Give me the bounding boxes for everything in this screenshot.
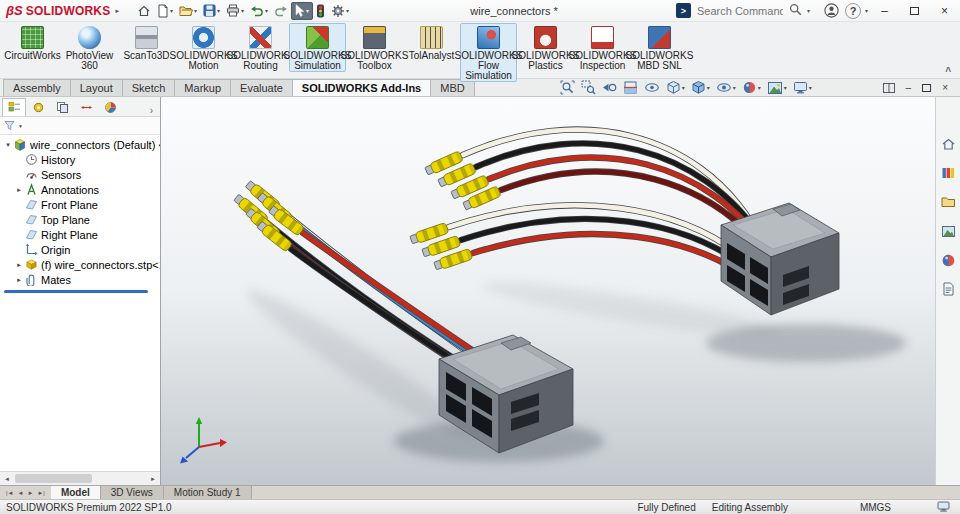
tab-displaymanager[interactable] bbox=[98, 98, 122, 116]
addin-circuitworks[interactable]: CircuitWorks bbox=[4, 23, 61, 62]
scrollbar-thumb[interactable] bbox=[15, 474, 92, 483]
expand-arrow-icon[interactable]: ▸ bbox=[14, 261, 24, 269]
addin-tolanalyst[interactable]: TolAnalyst bbox=[403, 23, 460, 62]
dropdown-caret-icon[interactable]: ▾ bbox=[784, 84, 787, 91]
tab-featuremanager[interactable] bbox=[2, 98, 26, 116]
print-button[interactable]: ▾ bbox=[223, 2, 247, 20]
select-tool-button[interactable]: ▾ bbox=[291, 2, 313, 20]
apply-scene-button[interactable]: ▾ bbox=[767, 81, 787, 95]
options-button[interactable]: ▾ bbox=[328, 2, 352, 20]
restore-button[interactable] bbox=[901, 0, 928, 21]
tab-model[interactable]: Model bbox=[51, 486, 101, 499]
design-library-button[interactable] bbox=[939, 164, 957, 182]
brand-expand-arrow-icon[interactable]: ▸ bbox=[115, 7, 119, 15]
addin-solidworks-toolbox[interactable]: SOLIDWORKS Toolbox bbox=[346, 23, 403, 72]
addin-solidworks-simulation[interactable]: SOLIDWORKS Simulation bbox=[289, 23, 346, 72]
tab-3d-views[interactable]: 3D Views bbox=[101, 486, 164, 499]
expand-arrow-icon[interactable]: ▸ bbox=[14, 186, 24, 194]
zoom-to-fit-button[interactable] bbox=[560, 80, 575, 95]
view-palette-button[interactable] bbox=[939, 222, 957, 240]
display-style-button[interactable]: ▾ bbox=[691, 80, 710, 95]
addin-solidworks-flow-simulation[interactable]: SOLIDWORKS Flow Simulation bbox=[460, 23, 517, 82]
scrollbar-track[interactable] bbox=[14, 472, 146, 485]
dropdown-caret-icon[interactable]: ▾ bbox=[682, 84, 685, 91]
file-explorer-button[interactable] bbox=[939, 193, 957, 211]
tree-filter[interactable]: ▼ bbox=[0, 117, 160, 135]
tab-layout[interactable]: Layout bbox=[70, 79, 123, 96]
tree-item-sensors[interactable]: Sensors bbox=[0, 167, 160, 182]
dropdown-caret-icon[interactable]: ▾ bbox=[707, 84, 710, 91]
section-view-button[interactable] bbox=[623, 80, 638, 95]
addin-solidworks-plastics[interactable]: SOLIDWORKS Plastics bbox=[517, 23, 574, 72]
dropdown-caret-icon[interactable]: ▾ bbox=[809, 84, 812, 91]
nav-first-button[interactable]: |◄ bbox=[6, 490, 14, 496]
tree-item-top-plane[interactable]: Top Plane bbox=[0, 212, 160, 227]
appearances-button[interactable] bbox=[939, 251, 957, 269]
dropdown-caret-icon[interactable]: ▾ bbox=[217, 7, 220, 14]
close-button[interactable]: × bbox=[931, 0, 958, 21]
tree-root-assembly[interactable]: ▾ wire_connectors (Default) <Display Sta bbox=[0, 137, 160, 152]
tree-item-history[interactable]: History bbox=[0, 152, 160, 167]
collapse-ribbon-button[interactable]: ^ bbox=[945, 66, 951, 77]
help-button[interactable]: ? bbox=[845, 3, 861, 19]
dropdown-caret-icon[interactable]: ▾ bbox=[346, 7, 349, 14]
dropdown-caret-icon[interactable]: ▾ bbox=[733, 84, 736, 91]
scroll-left-button[interactable]: ◄ bbox=[0, 476, 14, 482]
dropdown-caret-icon[interactable]: ▾ bbox=[865, 7, 868, 14]
dropdown-caret-icon[interactable]: ▾ bbox=[306, 7, 309, 14]
previous-view-button[interactable] bbox=[602, 80, 617, 95]
split-pane-icon[interactable] bbox=[883, 83, 895, 93]
custom-properties-button[interactable] bbox=[939, 280, 957, 298]
addin-solidworks-inspection[interactable]: SOLIDWORKS Inspection bbox=[574, 23, 631, 72]
tab-markup[interactable]: Markup bbox=[174, 79, 231, 96]
nav-last-button[interactable]: ►| bbox=[37, 490, 45, 496]
rebuild-button[interactable] bbox=[313, 2, 328, 20]
dropdown-caret-icon[interactable]: ▾ bbox=[194, 7, 197, 14]
units-selector[interactable]: MMGS bbox=[860, 502, 891, 513]
expand-arrow-icon[interactable]: ▸ bbox=[14, 276, 24, 284]
search-input[interactable] bbox=[695, 4, 785, 18]
tab-assembly[interactable]: Assembly bbox=[3, 79, 71, 96]
dropdown-caret-icon[interactable]: ▾ bbox=[758, 84, 761, 91]
tab-dimxpertmanager[interactable] bbox=[74, 98, 98, 116]
search-icon[interactable] bbox=[789, 3, 802, 18]
scroll-right-button[interactable]: ► bbox=[146, 476, 160, 482]
tab-sketch[interactable]: Sketch bbox=[122, 79, 176, 96]
addin-photoview-360[interactable]: PhotoView 360 bbox=[61, 23, 118, 72]
dropdown-caret-icon[interactable]: ▾ bbox=[170, 7, 173, 14]
tab-propertymanager[interactable] bbox=[26, 98, 50, 116]
tab-motion-study-1[interactable]: Motion Study 1 bbox=[164, 486, 252, 499]
addin-solidworks-mbd-snl[interactable]: SOLIDWORKS MBD SNL bbox=[631, 23, 688, 72]
tab-solidworks-add-ins[interactable]: SOLIDWORKS Add-Ins bbox=[292, 79, 431, 96]
addin-solidworks-motion[interactable]: SOLIDWORKS Motion bbox=[175, 23, 232, 72]
taskpane-home-button[interactable] bbox=[939, 135, 957, 153]
tree-item-origin[interactable]: Origin bbox=[0, 242, 160, 257]
expand-arrow-icon[interactable]: ▾ bbox=[3, 141, 13, 149]
viewport-canvas[interactable] bbox=[161, 97, 935, 485]
view-orientation-button[interactable]: ▾ bbox=[666, 80, 685, 95]
dynamic-annotation-views-button[interactable] bbox=[644, 80, 660, 95]
addin-scanto3d[interactable]: ScanTo3D bbox=[118, 23, 175, 62]
open-button[interactable]: ▾ bbox=[176, 2, 200, 20]
hide-show-items-button[interactable]: ▾ bbox=[716, 80, 736, 95]
save-button[interactable]: ▾ bbox=[200, 2, 223, 20]
tab-configurationmanager[interactable] bbox=[50, 98, 74, 116]
tree-item-right-plane[interactable]: Right Plane bbox=[0, 227, 160, 242]
tab-evaluate[interactable]: Evaluate bbox=[230, 79, 293, 96]
tree-item-mates[interactable]: ▸ Mates bbox=[0, 272, 160, 287]
home-button[interactable] bbox=[134, 2, 154, 20]
dropdown-caret-icon[interactable]: ▾ bbox=[241, 7, 244, 14]
dropdown-caret-icon[interactable]: ▾ bbox=[807, 7, 810, 14]
nav-prev-button[interactable]: ◄ bbox=[18, 490, 24, 496]
zoom-to-area-button[interactable] bbox=[581, 80, 596, 95]
new-document-button[interactable]: ▾ bbox=[154, 2, 176, 20]
tree-item-annotations[interactable]: ▸ Annotations bbox=[0, 182, 160, 197]
graphics-area[interactable] bbox=[161, 97, 935, 485]
account-button[interactable] bbox=[821, 2, 842, 20]
redo-button[interactable] bbox=[271, 2, 291, 20]
doc-minimize-button[interactable]: – bbox=[906, 82, 912, 93]
view-settings-button[interactable]: ▾ bbox=[793, 81, 812, 95]
undo-button[interactable]: ▾ bbox=[247, 2, 271, 20]
doc-close-button[interactable]: × bbox=[942, 82, 948, 93]
rollback-bar[interactable] bbox=[4, 290, 148, 293]
